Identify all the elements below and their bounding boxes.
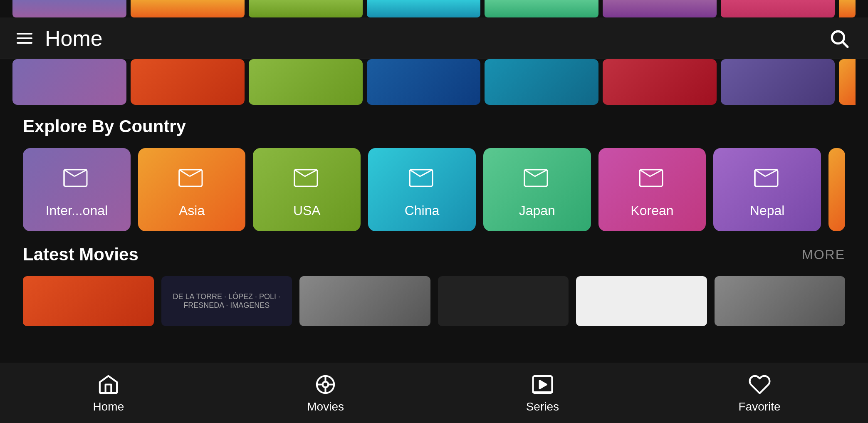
latest-movies-section: Latest Movies MORE DE LA TORRE · LÓPEZ ·… <box>0 245 868 326</box>
color-tile-6[interactable] <box>603 0 717 17</box>
second-bar-tile-3[interactable] <box>249 59 363 105</box>
explore-section-title: Explore By Country <box>23 116 186 136</box>
country-name-usa: USA <box>293 203 321 218</box>
search-button[interactable] <box>826 26 851 51</box>
color-tile-5[interactable] <box>485 0 598 17</box>
asia-flag-icon <box>175 161 208 196</box>
second-bar-tile-5[interactable] <box>485 59 598 105</box>
country-tile-china[interactable]: China <box>368 148 476 231</box>
country-name-international: Inter...onal <box>46 203 108 218</box>
nav-label-movies: Movies <box>307 400 344 413</box>
nav-item-movies[interactable]: Movies <box>284 373 367 413</box>
color-tile-1[interactable] <box>12 0 126 17</box>
movie-thumb-5[interactable] <box>576 276 707 326</box>
movie-thumb-1[interactable] <box>23 276 154 326</box>
country-tiles-row: Inter...onal Asia <box>23 148 845 231</box>
movie-thumb-2[interactable]: DE LA TORRE · LÓPEZ · POLI · FRESNEDA · … <box>161 276 292 326</box>
color-tile-2[interactable] <box>131 0 245 17</box>
bottom-navigation: Home Movies Series Favorite <box>0 363 868 423</box>
country-name-nepal: Nepal <box>750 203 785 218</box>
second-bar-tile-2[interactable] <box>131 59 245 105</box>
color-tile-4[interactable] <box>367 0 481 17</box>
china-flag-icon <box>406 161 439 196</box>
korean-flag-icon <box>636 161 669 196</box>
usa-flag-icon <box>290 161 324 196</box>
latest-movies-more-link[interactable]: MORE <box>802 247 845 262</box>
series-icon <box>531 373 554 396</box>
color-tile-7[interactable] <box>721 0 835 17</box>
movie-thumb-4[interactable] <box>438 276 569 326</box>
country-tile-korean[interactable]: Korean <box>598 148 706 231</box>
nav-item-series[interactable]: Series <box>501 373 584 413</box>
hamburger-menu-button[interactable] <box>17 33 32 44</box>
country-name-asia: Asia <box>179 203 205 218</box>
nepal-flag-icon <box>751 161 784 196</box>
international-flag-icon <box>60 161 93 196</box>
color-tile-3[interactable] <box>249 0 363 17</box>
svg-marker-23 <box>540 381 547 388</box>
country-tile-japan[interactable]: Japan <box>483 148 591 231</box>
movie-thumbnails-row: DE LA TORRE · LÓPEZ · POLI · FRESNEDA · … <box>23 276 845 326</box>
country-tile-usa[interactable]: USA <box>253 148 361 231</box>
movie-thumb-6[interactable] <box>715 276 846 326</box>
movie-thumb-3[interactable] <box>299 276 430 326</box>
second-bar-tile-1[interactable] <box>12 59 126 105</box>
header: Home <box>0 17 868 59</box>
explore-section-header: Explore By Country <box>23 116 845 136</box>
country-name-japan: Japan <box>519 203 555 218</box>
country-tile-nepal[interactable]: Nepal <box>713 148 821 231</box>
country-tile-asia[interactable]: Asia <box>138 148 246 231</box>
explore-by-country-section: Explore By Country Inter...onal <box>0 116 868 231</box>
nav-label-favorite: Favorite <box>739 400 781 413</box>
top-color-bar <box>0 0 868 17</box>
nav-item-home[interactable]: Home <box>67 373 150 413</box>
nav-item-favorite[interactable]: Favorite <box>718 373 801 413</box>
favorite-icon <box>748 373 771 396</box>
second-bar-tile-partial <box>839 59 856 105</box>
header-left: Home <box>17 26 103 51</box>
latest-movies-title: Latest Movies <box>23 245 138 265</box>
svg-line-1 <box>843 42 847 47</box>
second-bar-tile-6[interactable] <box>603 59 717 105</box>
japan-flag-icon <box>520 161 554 196</box>
country-name-korean: Korean <box>631 203 673 218</box>
country-tile-international[interactable]: Inter...onal <box>23 148 131 231</box>
color-tile-partial <box>839 0 856 17</box>
second-color-bar <box>0 59 868 105</box>
second-bar-tile-4[interactable] <box>367 59 481 105</box>
home-icon <box>97 373 120 396</box>
nav-label-series: Series <box>526 400 559 413</box>
page-title: Home <box>45 26 103 51</box>
movies-icon <box>314 373 337 396</box>
country-tile-partial <box>828 148 845 231</box>
nav-label-home: Home <box>93 400 124 413</box>
second-bar-tile-7[interactable] <box>721 59 835 105</box>
country-name-china: China <box>405 203 440 218</box>
movie-thumb-2-text: DE LA TORRE · LÓPEZ · POLI · FRESNEDA · … <box>161 288 292 314</box>
latest-movies-header: Latest Movies MORE <box>23 245 845 265</box>
